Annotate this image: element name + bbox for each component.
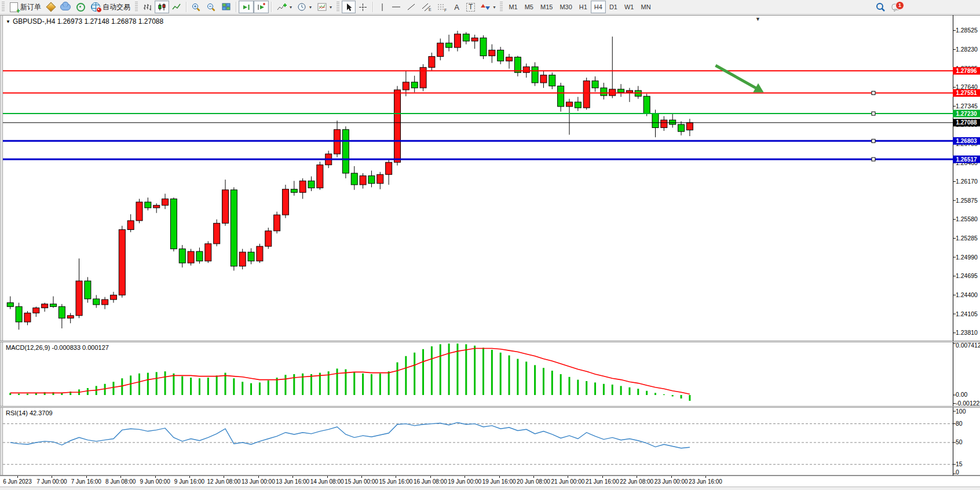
macd-histogram-bar — [474, 346, 476, 395]
toolbar-grip[interactable] — [2, 2, 5, 12]
fibonacci-icon: F — [437, 3, 447, 12]
macd-indicator-pane[interactable]: 0.0074120.00-0.001226MACD(12,26,9) -0.00… — [0, 342, 980, 407]
macd-histogram-bar — [138, 374, 140, 395]
macd-histogram-bar — [207, 378, 209, 395]
arrows-tool[interactable]: ▾ — [478, 1, 498, 13]
equidistant-channel-icon: E — [422, 3, 432, 12]
main-price-pane[interactable]: 1.285251.282301.279351.276401.273451.270… — [0, 15, 980, 341]
macd-histogram-bar — [199, 378, 200, 395]
candle — [342, 130, 349, 173]
timeframe-button-m30[interactable]: M30 — [556, 1, 575, 13]
chart-shift-button[interactable] — [254, 1, 269, 13]
svg-text:0.00: 0.00 — [956, 391, 968, 398]
candlestick-chart-button[interactable] — [155, 1, 169, 13]
timeframe-button-h1[interactable]: H1 — [576, 1, 591, 13]
text-label-tool[interactable]: T — [463, 1, 478, 13]
toolbar: + 新订单 自动交易 — [0, 0, 980, 14]
rsi-indicator-pane[interactable]: 1008050150RSI(14) 42.3709 — [0, 407, 980, 476]
timeframe-button-w1[interactable]: W1 — [621, 1, 638, 13]
macd-histogram-bar — [18, 394, 20, 395]
candle — [162, 199, 169, 205]
macd-histogram-bar — [104, 384, 106, 395]
globe-icon — [91, 2, 100, 12]
macd-histogram-bar — [388, 371, 390, 395]
timeframe-button-m15[interactable]: M15 — [537, 1, 556, 13]
community-button[interactable] — [57, 1, 74, 13]
macd-histogram-bar — [689, 395, 690, 401]
new-order-label: 新订单 — [20, 2, 41, 12]
dropdown-caret: ▾ — [330, 5, 332, 10]
channel-tool[interactable]: E — [419, 1, 434, 13]
fibonacci-tool[interactable]: F — [434, 1, 450, 13]
candle — [626, 90, 632, 92]
signal-icon — [76, 3, 85, 12]
indicators-button[interactable]: ▾ — [274, 1, 295, 13]
svg-text:1.24105: 1.24105 — [956, 310, 978, 317]
candle — [566, 102, 573, 107]
candle — [686, 123, 693, 130]
vertical-line-icon — [379, 3, 386, 12]
cursor-tool-button[interactable] — [342, 1, 356, 13]
template-icon — [317, 3, 327, 11]
vertical-line-tool[interactable] — [375, 1, 389, 13]
macd-histogram-bar — [482, 348, 484, 395]
macd-histogram-bar — [543, 368, 544, 395]
toolbar-grip[interactable] — [337, 2, 339, 12]
macd-histogram-bar — [525, 361, 527, 395]
zoom-in-button[interactable] — [189, 1, 204, 13]
zoom-out-button[interactable] — [204, 1, 219, 13]
trendline-tool[interactable] — [404, 1, 419, 13]
notification-badge: 1 — [895, 1, 904, 10]
macd-histogram-bar — [276, 378, 278, 395]
mql-editor-button[interactable] — [44, 1, 57, 13]
bar-chart-button[interactable] — [140, 1, 155, 13]
templates-button[interactable]: ▾ — [315, 1, 335, 13]
horizontal-line-tool[interactable] — [389, 1, 404, 13]
auto-scroll-button[interactable] — [239, 1, 254, 13]
macd-histogram-bar — [233, 378, 235, 395]
toolbar-grip[interactable] — [135, 2, 138, 12]
candle — [170, 199, 177, 248]
line-handle — [872, 112, 875, 115]
time-tick — [258, 476, 259, 478]
search-button[interactable] — [873, 1, 888, 13]
macd-histogram-bar — [560, 374, 562, 395]
macd-histogram-bar — [337, 368, 338, 395]
timeframe-button-d1[interactable]: D1 — [606, 1, 621, 13]
macd-histogram-bar — [268, 381, 269, 395]
toolbar-grip[interactable] — [500, 2, 503, 12]
candle — [188, 251, 194, 263]
signals-button[interactable] — [74, 1, 88, 13]
text-tool[interactable]: A — [450, 1, 463, 13]
svg-text:1.25875: 1.25875 — [956, 197, 978, 204]
tile-windows-button[interactable] — [219, 1, 233, 13]
timeframe-button-h4[interactable]: H4 — [591, 1, 606, 13]
timeframe-button-m5[interactable]: M5 — [521, 1, 537, 13]
candle — [532, 67, 538, 83]
new-order-button[interactable]: + 新订单 — [7, 1, 44, 13]
svg-text:1.27551: 1.27551 — [956, 90, 977, 96]
crosshair-tool-button[interactable] — [356, 1, 370, 13]
periods-button[interactable]: ▾ — [295, 1, 315, 13]
candle — [257, 246, 263, 261]
line-chart-button[interactable] — [169, 1, 184, 13]
macd-histogram-bar — [586, 381, 587, 395]
svg-text:50: 50 — [956, 438, 963, 445]
gem-icon — [46, 2, 56, 12]
svg-text:1.28525: 1.28525 — [956, 27, 978, 34]
timeframe-strip: M1M5M15M30H1H4D1W1MN — [505, 1, 654, 13]
candle — [549, 75, 555, 86]
timeframe-button-mn[interactable]: MN — [637, 1, 654, 13]
macd-histogram-bar — [465, 344, 467, 395]
svg-text:1.27088: 1.27088 — [956, 119, 977, 126]
arrow-objects-icon — [481, 3, 490, 11]
time-axis[interactable]: 6 Jun 20237 Jun 00:007 Jun 16:008 Jun 08… — [0, 476, 980, 487]
candle — [592, 81, 598, 88]
candle — [437, 43, 444, 56]
chat-notifications-button[interactable]: 1 — [888, 1, 905, 13]
timeframe-button-m1[interactable]: M1 — [505, 1, 521, 13]
candle — [670, 120, 676, 125]
autotrading-button[interactable]: 自动交易 — [88, 1, 133, 13]
cursor-icon — [345, 3, 353, 12]
time-tick — [52, 476, 52, 478]
